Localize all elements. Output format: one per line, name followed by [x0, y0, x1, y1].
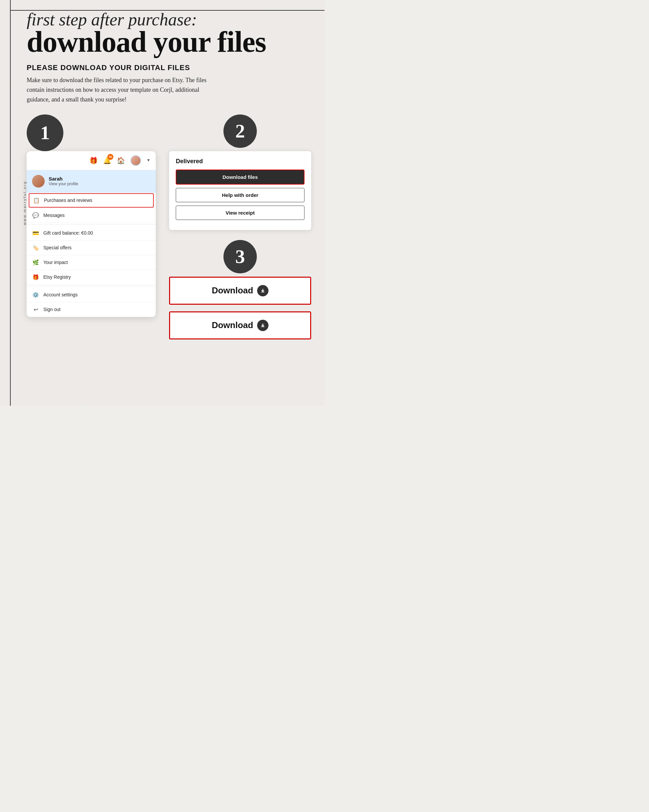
profile-avatar	[32, 175, 45, 188]
impact-label: Your impact	[43, 259, 68, 265]
subtitle-section: PLEASE DOWNLOAD YOUR DIGITAL FILES Make …	[20, 57, 311, 107]
profile-name: Sarah	[49, 176, 78, 182]
step3-section: 3 Download	[169, 240, 311, 339]
signout-label: Sign out	[43, 307, 60, 312]
menu-profile-row[interactable]: Sarah View your profile	[27, 170, 156, 192]
shop-icon: 🏠	[117, 157, 125, 165]
download-icon-2	[257, 320, 268, 331]
download-icon-1	[257, 285, 268, 296]
menu-item-purchases[interactable]: 📋 Purchases and reviews	[29, 193, 154, 208]
help-with-order-button[interactable]: Help with order	[176, 188, 305, 202]
left-border	[10, 0, 11, 406]
order-card: Delivered Download files Help with order…	[169, 151, 311, 230]
right-col-inner: 2 Delivered Download files Help with ord…	[169, 114, 311, 339]
step1-column: 1 🎁 🔔 50 🏠 ▼ Sar	[27, 114, 156, 317]
step2-circle: 2	[224, 114, 257, 148]
etsy-topbar: 🎁 🔔 50 🏠 ▼	[27, 151, 156, 170]
header-section: first step after purchase: download your…	[20, 7, 311, 57]
offers-icon: 🏷️	[32, 245, 40, 251]
menu-item-special-offers[interactable]: 🏷️ Special offers	[27, 241, 156, 255]
download-label-1: Download	[212, 285, 253, 296]
profile-info: Sarah View your profile	[49, 176, 78, 186]
gift-icon: 🎁	[89, 157, 98, 165]
step2-section: 2 Delivered Download files Help with ord…	[169, 114, 311, 230]
download-buttons-col: Download Download	[169, 277, 311, 339]
step1-number: 1	[40, 123, 50, 142]
side-watermark: www.marryful.org	[23, 181, 27, 225]
right-column: 2 Delivered Download files Help with ord…	[169, 114, 311, 339]
offers-label: Special offers	[43, 245, 72, 250]
download-button-2[interactable]: Download	[169, 311, 311, 339]
bold-title: download your files	[27, 27, 311, 57]
menu-divider-2	[27, 286, 156, 286]
notification-wrap: 🔔 50	[103, 157, 111, 165]
step2-number: 2	[235, 122, 245, 141]
menu-item-messages[interactable]: 💬 Messages	[27, 208, 156, 223]
menu-item-registry[interactable]: 🎁 Etsy Registry	[27, 270, 156, 285]
settings-icon: ⚙️	[32, 292, 40, 298]
messages-icon: 💬	[32, 212, 40, 218]
step3-circle-wrap: 3	[169, 240, 311, 280]
delivered-label: Delivered	[176, 158, 305, 165]
account-label: Account settings	[43, 292, 78, 298]
step2-circle-wrap: 2	[169, 114, 311, 154]
view-receipt-button[interactable]: View receipt	[176, 206, 305, 220]
signout-icon: ↩	[32, 306, 40, 313]
please-download-heading: PLEASE DOWNLOAD YOUR DIGITAL FILES	[27, 63, 305, 72]
step3-number: 3	[235, 247, 245, 266]
registry-label: Etsy Registry	[43, 274, 71, 280]
step1-circle: 1	[27, 114, 63, 151]
purchases-label: Purchases and reviews	[44, 198, 92, 203]
purchases-icon: 📋	[33, 197, 40, 204]
profile-sub: View your profile	[49, 182, 78, 186]
etsy-avatar[interactable]	[130, 155, 141, 166]
download-files-button[interactable]: Download files	[176, 169, 305, 185]
etsy-menu-card: 🎁 🔔 50 🏠 ▼ Sarah View your profile	[27, 151, 156, 317]
steps-row: 1 🎁 🔔 50 🏠 ▼ Sar	[20, 108, 311, 346]
top-border	[10, 10, 324, 11]
description-text: Make sure to download the files related …	[27, 75, 213, 104]
notification-count: 50	[107, 154, 113, 160]
menu-item-account[interactable]: ⚙️ Account settings	[27, 288, 156, 302]
messages-label: Messages	[43, 212, 65, 218]
download-button-1[interactable]: Download	[169, 277, 311, 305]
dropdown-arrow[interactable]: ▼	[146, 158, 151, 163]
menu-divider-1	[27, 224, 156, 224]
menu-item-giftcard[interactable]: 💳 Gift card balance: €0.00	[27, 226, 156, 241]
impact-icon: 🌿	[32, 259, 40, 266]
menu-item-signout[interactable]: ↩ Sign out	[27, 302, 156, 317]
giftcard-icon: 💳	[32, 230, 40, 236]
download-label-2: Download	[212, 320, 253, 330]
giftcard-label: Gift card balance: €0.00	[43, 230, 93, 236]
registry-icon: 🎁	[32, 274, 40, 280]
step3-circle: 3	[224, 240, 257, 273]
menu-item-impact[interactable]: 🌿 Your impact	[27, 255, 156, 270]
